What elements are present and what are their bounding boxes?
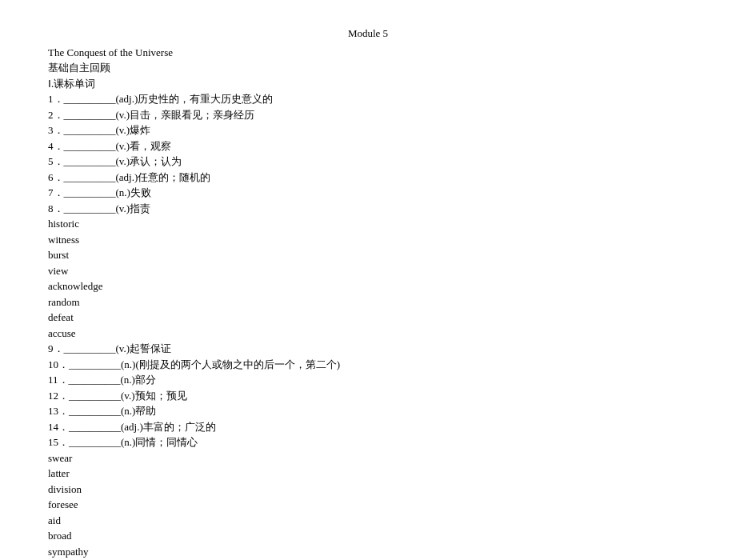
answer-word: defeat xyxy=(48,310,688,326)
answer-word: burst xyxy=(48,247,688,263)
answer-word: broad xyxy=(48,528,688,544)
vocab-item: 13．__________(n.)帮助 xyxy=(48,403,688,419)
answer-word: view xyxy=(48,263,688,279)
vocab-item: 1．__________(adj.)历史性的，有重大历史意义的 xyxy=(48,91,688,107)
vocab-item: 6．__________(adj.)任意的；随机的 xyxy=(48,170,688,186)
answer-word: aid xyxy=(48,513,688,529)
document-page: Module 5 The Conquest of the Universe 基础… xyxy=(0,0,736,559)
vocab-item: 9．__________(v.)起誓保证 xyxy=(48,341,688,357)
answer-word: witness xyxy=(48,232,688,248)
module-title: Module 5 xyxy=(48,26,688,42)
answer-word: latter xyxy=(48,466,688,482)
subsection-heading: Ⅰ.课标单词 xyxy=(48,76,688,92)
answer-word: division xyxy=(48,482,688,498)
answer-word: historic xyxy=(48,216,688,232)
answer-word: acknowledge xyxy=(48,278,688,294)
answer-word: sympathy xyxy=(48,544,688,560)
vocab-item: 2．__________(v.)目击，亲眼看见；亲身经历 xyxy=(48,107,688,123)
vocab-item: 10．__________(n.)(刚提及的两个人或物之中的后一个，第二个) xyxy=(48,357,688,373)
vocab-item: 7．__________(n.)失败 xyxy=(48,185,688,201)
vocab-item: 5．__________(v.)承认；认为 xyxy=(48,154,688,170)
document-title: The Conquest of the Universe xyxy=(48,45,688,61)
vocab-item: 11．__________(n.)部分 xyxy=(48,372,688,388)
answer-word: accuse xyxy=(48,326,688,342)
vocab-item: 14．__________(adj.)丰富的；广泛的 xyxy=(48,419,688,435)
vocab-item: 4．__________(v.)看，观察 xyxy=(48,138,688,154)
answer-word: random xyxy=(48,294,688,310)
answer-word: foresee xyxy=(48,497,688,513)
vocab-item: 3．__________(v.)爆炸 xyxy=(48,122,688,138)
vocab-item: 8．__________(v.)指责 xyxy=(48,201,688,217)
section-heading: 基础自主回顾 xyxy=(48,60,688,76)
vocab-item: 12．__________(v.)预知；预见 xyxy=(48,388,688,404)
vocab-item: 15．__________(n.)同情；同情心 xyxy=(48,434,688,450)
answer-word: swear xyxy=(48,450,688,466)
